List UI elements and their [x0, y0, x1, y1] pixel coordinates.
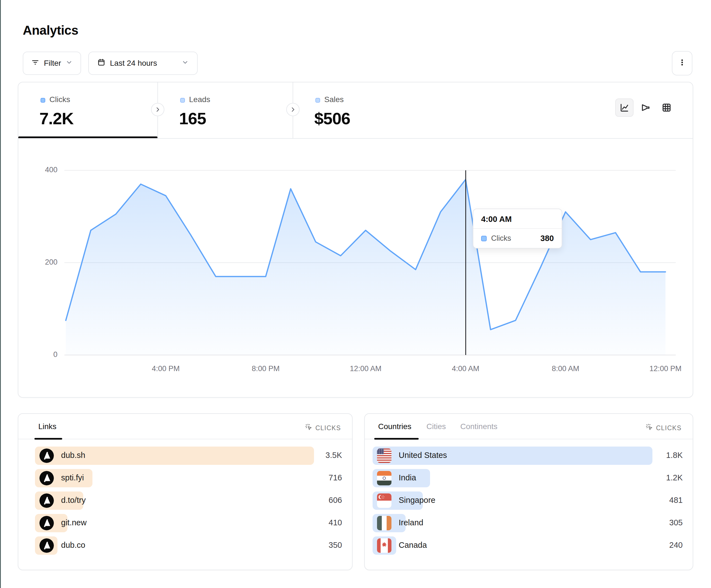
dub-logo-icon: [39, 538, 54, 553]
list-item[interactable]: Canada240: [372, 537, 683, 555]
x-axis-tick: 12:00 PM: [643, 364, 688, 373]
dub-logo-icon: [39, 516, 54, 530]
x-axis-tick: 4:00 PM: [144, 364, 188, 373]
y-axis-tick: 0: [28, 350, 58, 359]
row-label: spti.fyi: [61, 473, 84, 482]
cursor-click-icon: [305, 423, 313, 433]
links-panel: Links CLICKS dub.sh3.5Kspti.fyi716d.to/t…: [18, 413, 352, 570]
filter-button[interactable]: Filter: [23, 51, 81, 75]
links-metric-header[interactable]: CLICKS: [305, 423, 341, 433]
row-label: Singapore: [399, 496, 435, 505]
row-label: Ireland: [399, 518, 423, 527]
tab-countries[interactable]: Countries: [378, 422, 411, 431]
funnel-view-button[interactable]: [636, 98, 655, 117]
stat-tabs-row: Clicks 7.2K Leads 165 Sales $506: [18, 82, 693, 139]
x-axis-tick: 4:00 AM: [444, 364, 488, 373]
clicks-legend-square: [41, 98, 45, 103]
row-value: 606: [329, 496, 342, 505]
tab-links[interactable]: Links: [38, 422, 56, 431]
chart-tooltip: 4:00 AM Clicks 380: [473, 208, 562, 249]
list-item[interactable]: United States1.8K: [372, 447, 683, 465]
clicks-area-chart[interactable]: 4:00 AM Clicks 380 40020004:00 PM8:00 PM…: [64, 170, 667, 355]
filter-button-label: Filter: [44, 59, 61, 68]
tab-clicks[interactable]: Clicks 7.2K: [18, 82, 157, 138]
row-label: United States: [399, 451, 447, 460]
stat-label: Leads: [189, 95, 210, 104]
row-value: 410: [329, 518, 342, 527]
calendar-icon: [97, 58, 106, 68]
x-axis-tick: 8:00 PM: [243, 364, 288, 373]
filter-icon: [31, 58, 39, 68]
expand-leads-button[interactable]: [286, 103, 300, 116]
us-flag-icon: [377, 449, 391, 463]
row-value: 481: [669, 496, 683, 505]
list-item[interactable]: spti.fyi716: [35, 469, 342, 487]
row-label: git.new: [61, 518, 87, 527]
countries-panel: Countries Cities Continents CLICKS Unite…: [364, 413, 693, 570]
row-value: 350: [329, 541, 342, 550]
list-item[interactable]: git.new410: [35, 514, 342, 532]
stat-label: Clicks: [49, 95, 70, 104]
date-range-button[interactable]: Last 24 hours: [88, 51, 198, 75]
page-title: Analytics: [23, 23, 78, 38]
date-range-label: Last 24 hours: [110, 59, 157, 68]
expand-clicks-button[interactable]: [151, 103, 164, 116]
hover-crosshair: [465, 170, 466, 355]
chevron-down-icon: [66, 59, 73, 68]
cursor-click-icon: [645, 423, 653, 433]
tab-cities[interactable]: Cities: [427, 422, 446, 431]
ie-flag-icon: [377, 516, 391, 530]
row-label: d.to/try: [61, 496, 86, 505]
tab-continents[interactable]: Continents: [460, 422, 497, 431]
row-value: 240: [669, 541, 683, 550]
stat-label: Sales: [324, 95, 344, 104]
stat-value: $506: [314, 109, 350, 128]
ca-flag-icon: [377, 538, 391, 553]
stat-value: 165: [179, 109, 206, 128]
stat-value: 7.2K: [39, 109, 73, 128]
dub-logo-icon: [39, 449, 54, 463]
list-item[interactable]: India1.2K: [372, 469, 683, 487]
list-item[interactable]: Singapore481: [372, 492, 683, 510]
list-item[interactable]: dub.sh3.5K: [35, 447, 342, 465]
dub-logo-icon: [39, 471, 54, 485]
leads-legend-square: [180, 98, 185, 103]
countries-metric-header[interactable]: CLICKS: [645, 423, 682, 433]
tab-sales[interactable]: Sales $506: [293, 82, 432, 138]
more-options-button[interactable]: [672, 51, 692, 75]
sales-legend-square: [316, 98, 320, 103]
y-axis-tick: 200: [28, 258, 58, 267]
tooltip-series-label: Clicks: [491, 234, 511, 243]
tooltip-legend-square: [481, 236, 487, 241]
chevron-down-icon: [181, 59, 189, 68]
row-value: 305: [669, 518, 683, 527]
sg-flag-icon: [377, 493, 391, 508]
tooltip-time: 4:00 AM: [473, 209, 562, 229]
dub-logo-icon: [39, 493, 54, 508]
row-label: Canada: [399, 541, 427, 550]
row-value: 716: [329, 473, 342, 482]
tooltip-value: 380: [541, 234, 554, 243]
row-label: India: [399, 473, 416, 482]
tab-leads[interactable]: Leads 165: [158, 82, 293, 138]
list-item[interactable]: dub.co350: [35, 537, 342, 555]
analytics-chart-card: Clicks 7.2K Leads 165 Sales $506: [18, 82, 693, 398]
list-item[interactable]: Ireland305: [372, 514, 683, 532]
row-value: 1.2K: [666, 473, 683, 482]
x-axis-tick: 8:00 AM: [543, 364, 588, 373]
line-chart-view-button[interactable]: [615, 98, 633, 117]
in-flag-icon: [377, 471, 391, 485]
x-axis-tick: 12:00 AM: [343, 364, 388, 373]
row-value: 1.8K: [666, 451, 683, 460]
area-chart-svg: [64, 170, 667, 355]
row-value: 3.5K: [325, 451, 342, 460]
window-edge: [0, 0, 1, 588]
table-view-button[interactable]: [658, 98, 676, 117]
kebab-icon: [678, 58, 686, 68]
active-tab-underline: [18, 136, 157, 138]
list-item[interactable]: d.to/try606: [35, 492, 342, 510]
row-label: dub.sh: [61, 451, 85, 460]
y-axis-tick: 400: [28, 165, 58, 174]
row-label: dub.co: [61, 541, 85, 550]
